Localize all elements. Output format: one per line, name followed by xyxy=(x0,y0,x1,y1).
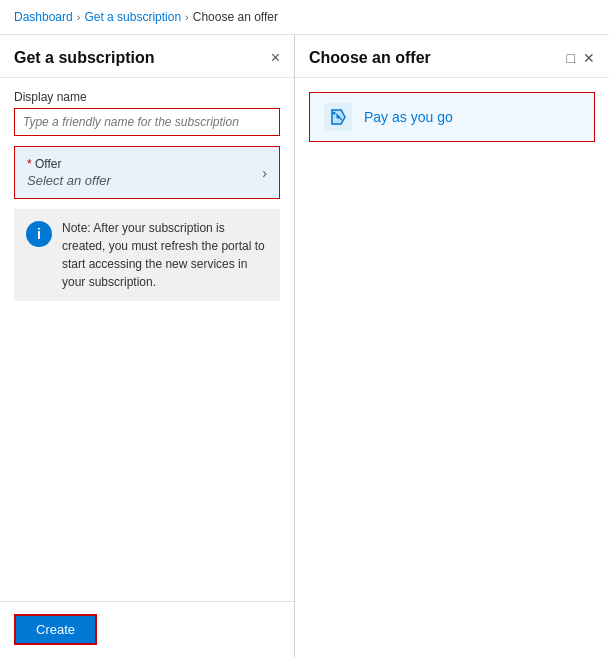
left-panel-title: Get a subscription xyxy=(14,49,154,67)
offer-selector[interactable]: * Offer Select an offer › xyxy=(14,146,280,199)
create-button[interactable]: Create xyxy=(14,614,97,645)
right-panel-title: Choose an offer xyxy=(309,49,431,67)
main-layout: Get a subscription × Display name * Offe… xyxy=(0,35,609,657)
breadcrumb-current: Choose an offer xyxy=(193,10,278,24)
expand-icon[interactable]: □ xyxy=(567,50,575,66)
right-panel-content: Pay as you go xyxy=(295,78,609,657)
breadcrumb-sep-1: › xyxy=(77,11,81,23)
left-panel-header: Get a subscription × xyxy=(0,35,294,78)
info-box: i Note: After your subscription is creat… xyxy=(14,209,280,301)
tag-icon xyxy=(324,103,352,131)
display-name-input[interactable] xyxy=(14,108,280,136)
breadcrumb-subscription[interactable]: Get a subscription xyxy=(84,10,181,24)
close-right-icon[interactable]: ✕ xyxy=(583,50,595,66)
offer-card-label: Pay as you go xyxy=(364,109,453,125)
left-panel: Get a subscription × Display name * Offe… xyxy=(0,35,295,657)
required-star: * xyxy=(27,157,32,171)
close-icon[interactable]: × xyxy=(271,50,280,66)
breadcrumb-sep-2: › xyxy=(185,11,189,23)
svg-point-1 xyxy=(333,112,336,115)
offer-group: * Offer Select an offer › xyxy=(14,146,280,199)
chevron-right-icon: › xyxy=(262,165,267,181)
display-name-group: Display name xyxy=(14,90,280,136)
offer-card[interactable]: Pay as you go xyxy=(309,92,595,142)
left-panel-content: Display name * Offer Select an offer › xyxy=(0,78,294,601)
right-panel: Choose an offer □ ✕ xyxy=(295,35,609,657)
left-panel-footer: Create xyxy=(0,601,294,657)
info-text: Note: After your subscription is created… xyxy=(62,219,268,291)
right-header-icons: □ ✕ xyxy=(567,50,595,66)
offer-label-text: Offer xyxy=(35,157,61,171)
offer-value: Select an offer xyxy=(27,173,111,188)
display-name-label: Display name xyxy=(14,90,280,104)
breadcrumb-dashboard[interactable]: Dashboard xyxy=(14,10,73,24)
breadcrumb: Dashboard › Get a subscription › Choose … xyxy=(0,0,609,35)
offer-label: * Offer xyxy=(27,157,111,171)
right-panel-header: Choose an offer □ ✕ xyxy=(295,35,609,78)
offer-selector-left: * Offer Select an offer xyxy=(27,157,111,188)
info-icon: i xyxy=(26,221,52,247)
